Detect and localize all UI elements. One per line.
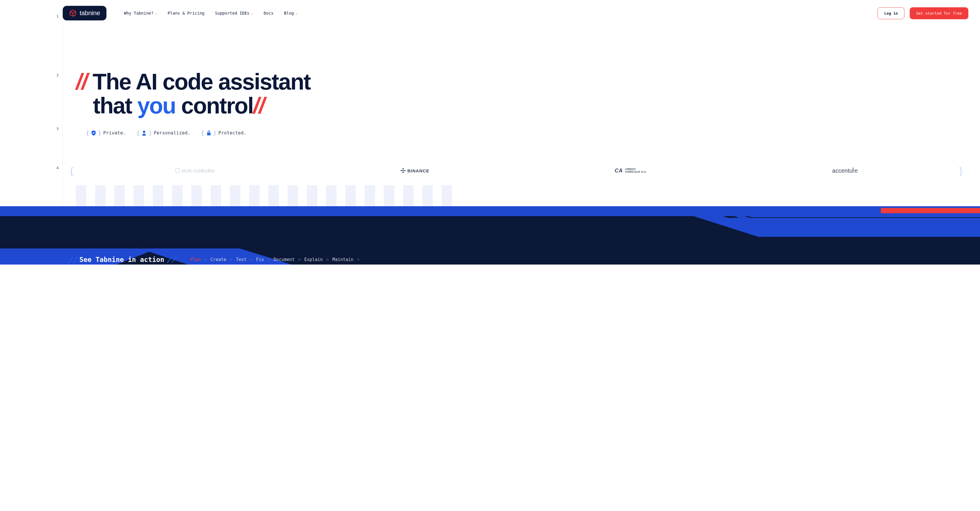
chevron-down-icon: ⌄: [296, 11, 298, 15]
client-logo-accenture: accenture ›: [832, 167, 858, 174]
nav-why-tabnine[interactable]: Why Tabnine? ⌄: [124, 11, 157, 16]
step-maintain[interactable]: Maintain: [332, 257, 353, 262]
hero-line2-post: control: [176, 93, 253, 118]
svg-rect-15: [0, 206, 980, 216]
client-name: accenture: [832, 167, 858, 174]
slash-decor: //: [167, 255, 176, 264]
step-fix[interactable]: Fix: [256, 257, 264, 262]
person-icon: [142, 131, 147, 135]
nav-label: Blog: [284, 11, 294, 16]
brace-icon: {: [70, 165, 73, 177]
step-explain[interactable]: Explain: [304, 257, 323, 262]
svg-point-0: [143, 131, 145, 133]
slash-decor: //: [68, 255, 77, 264]
nav-label: Docs: [264, 11, 274, 16]
feature-personalized: { } Personalized.: [136, 129, 190, 137]
hero-heading: // The AI code assistant that you contro…: [76, 70, 968, 118]
brace-icon: {: [136, 129, 140, 137]
action-title-text: See Tabnine in action: [80, 256, 164, 263]
logo-icon: [69, 10, 77, 17]
action-row: // See Tabnine in action // Plan > Creat…: [63, 255, 980, 264]
slash-decor: //: [253, 93, 264, 118]
decorative-bars: [0, 185, 980, 206]
slash-decor: //: [76, 69, 93, 94]
brace-icon: }: [213, 129, 217, 137]
chevron-down-icon: ⌄: [155, 11, 157, 15]
workflow-steps: Plan > Create > Test > Fix > Document > …: [190, 257, 360, 262]
get-started-button[interactable]: Get started for free: [910, 7, 968, 19]
nav-plans[interactable]: Plans & Pricing: [168, 11, 204, 16]
client-logos: { HUK-COBURG BINANCE CA CRÉDIT AGRICOLE …: [0, 165, 980, 177]
client-name: BINANCE: [407, 168, 430, 173]
step-create[interactable]: Create: [211, 257, 226, 262]
feature-private: { } Private.: [86, 129, 126, 137]
logo-text: tabnine: [80, 10, 100, 17]
lock-icon: [206, 131, 212, 135]
svg-rect-3: [402, 172, 404, 173]
shield-check-icon: [91, 131, 96, 135]
brace-icon: {: [86, 129, 89, 137]
nav-supported-ides[interactable]: Supported IDEs ⌄: [215, 11, 253, 16]
client-logo-credit-agricole: CA CRÉDIT AGRICOLE S.A.: [615, 168, 647, 174]
svg-rect-6: [402, 170, 404, 172]
hero-line2-pre: that: [93, 93, 137, 118]
hero: // The AI code assistant that you contro…: [0, 26, 980, 137]
step-plan[interactable]: Plan: [190, 257, 200, 262]
chevron-down-icon: ⌄: [251, 11, 253, 15]
step-test[interactable]: Test: [236, 257, 247, 262]
feature-protected: { } Protected.: [200, 129, 246, 137]
feature-list: { } Private. { } Personalized. {: [76, 129, 968, 137]
red-accent-bar: [881, 208, 980, 213]
client-name: HUK-COBURG: [182, 168, 215, 173]
login-button[interactable]: Log in: [877, 7, 904, 19]
brace-icon: }: [148, 129, 152, 137]
feature-label: Protected.: [218, 130, 247, 135]
svg-rect-5: [404, 170, 406, 172]
action-title: // See Tabnine in action //: [68, 255, 176, 264]
nav-blog[interactable]: Blog ⌄: [284, 11, 298, 16]
brace-icon: }: [98, 129, 102, 137]
nav-label: Why Tabnine?: [124, 11, 153, 16]
client-name: AGRICOLE S.A.: [625, 170, 647, 173]
logo[interactable]: tabnine: [63, 6, 107, 21]
svg-rect-2: [402, 168, 404, 170]
header-actions: Log in Get started for free: [877, 7, 968, 19]
hero-highlight: you: [137, 93, 176, 118]
brace-icon: {: [200, 129, 204, 137]
client-logo-binance: BINANCE: [401, 168, 430, 173]
nav-label: Supported IDEs: [215, 11, 250, 16]
svg-rect-4: [401, 170, 402, 172]
nav-label: Plans & Pricing: [168, 11, 204, 16]
main-nav: Why Tabnine? ⌄ Plans & Pricing Supported…: [124, 11, 298, 16]
step-document[interactable]: Document: [274, 257, 294, 262]
header: tabnine Why Tabnine? ⌄ Plans & Pricing S…: [0, 0, 980, 26]
feature-label: Personalized.: [154, 130, 190, 135]
svg-rect-1: [207, 133, 211, 135]
client-logo-huk: HUK-COBURG: [175, 168, 215, 173]
feature-label: Private.: [103, 130, 126, 135]
nav-docs[interactable]: Docs: [264, 11, 274, 16]
hero-line1: The AI code assistant: [93, 69, 310, 94]
brace-icon: }: [959, 165, 963, 177]
bottom-section: // See Tabnine in action // Plan > Creat…: [0, 206, 980, 264]
